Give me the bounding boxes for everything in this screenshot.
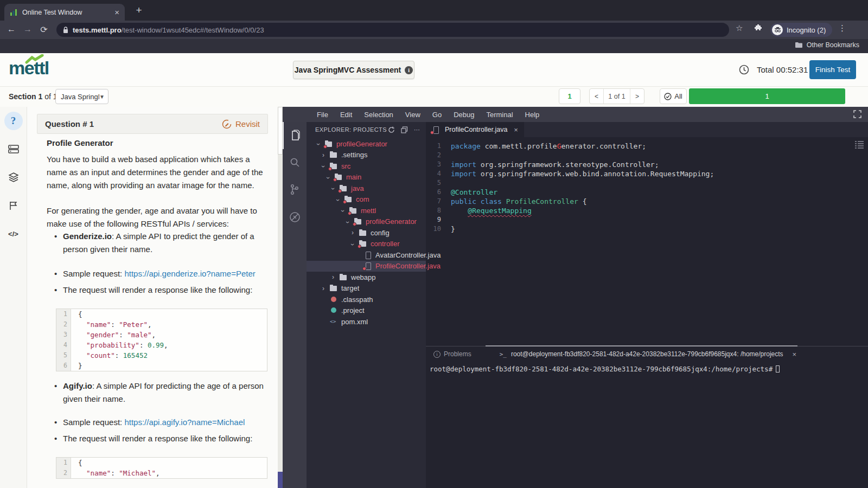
menu-item[interactable]: Edit (334, 111, 358, 119)
tree-item[interactable]: mettl (307, 205, 426, 216)
rail-item-flag[interactable] (0, 191, 27, 220)
new-tab-button[interactable]: + (132, 4, 145, 16)
genderize-link[interactable]: https://api.genderize.io?name=Peter (124, 269, 255, 278)
tree-item-icon (330, 163, 339, 170)
activity-files[interactable] (283, 122, 307, 149)
extensions-icon[interactable] (754, 23, 763, 33)
progress-bar[interactable]: 1 (689, 88, 845, 104)
code-editor[interactable]: 1 package com.mettl.profileGenerator.con… (426, 137, 868, 346)
tree-item-icon (359, 240, 368, 247)
url-bar[interactable]: tests.mettl.pro/test-window/1wsut45edc#/… (56, 23, 729, 37)
terminal-close-icon[interactable]: × (793, 350, 797, 358)
other-bookmarks-button[interactable]: Other Bookmarks (795, 41, 859, 49)
rail-item-question[interactable]: ? (0, 107, 27, 135)
tree-item[interactable]: src (307, 160, 426, 172)
tree-item[interactable]: .settings (307, 150, 426, 161)
tree-item-label: java (351, 184, 364, 192)
browser-tab[interactable]: Online Test Window × (4, 4, 125, 21)
fullscreen-icon[interactable] (853, 110, 861, 118)
question-sidebar-rail: ? </> (0, 107, 27, 488)
panel-resize-handle[interactable] (486, 345, 797, 346)
tree-item[interactable]: com (307, 194, 426, 206)
all-questions-button[interactable]: All (660, 88, 687, 104)
menu-item[interactable]: Help (519, 111, 546, 119)
chevron-down-icon: ▼ (99, 94, 105, 100)
menu-item[interactable]: File (311, 111, 334, 119)
tree-item[interactable]: profileGenerator (307, 138, 426, 150)
code-line-content: } (71, 361, 82, 371)
code-line-content: { (71, 458, 82, 468)
tree-item-icon (364, 252, 373, 259)
terminal-output[interactable]: root@deployment-fb3df820-2581-482d-a42e-… (426, 362, 868, 373)
more-actions-icon[interactable]: ⋯ (414, 126, 420, 133)
section-bar: Section 1 of 1 Java SpringM ▼ 1 < 1 of 1… (0, 87, 868, 107)
tree-item[interactable]: ProfileController.java (307, 261, 426, 272)
error-badge (353, 222, 356, 226)
code-line-number: 6 (56, 361, 71, 371)
menu-item[interactable]: Debug (448, 111, 480, 119)
tree-item[interactable]: AvatarController.java (307, 249, 426, 261)
pager-next-button[interactable]: > (630, 89, 644, 104)
tree-item[interactable]: .classpath (307, 294, 426, 305)
rail-item-code[interactable]: </> (0, 220, 27, 248)
question-bullet: Agify.io: A simple API for predicting th… (63, 380, 265, 406)
activity-search[interactable] (283, 149, 307, 176)
activity-debug[interactable] (283, 203, 307, 230)
section-select[interactable]: Java SpringM ▼ (55, 89, 108, 104)
tree-item[interactable]: .project (307, 305, 426, 317)
terminal-tab-bar: i Problems >_ root@deployment-fb3df820-2… (426, 346, 868, 362)
check-circle-icon (664, 93, 672, 100)
rail-item-layers[interactable] (0, 163, 27, 191)
menu-item[interactable]: View (399, 111, 426, 119)
revisit-button[interactable]: Revisit (222, 119, 260, 129)
tree-chevron-icon (352, 229, 359, 236)
menu-item[interactable]: Selection (358, 111, 399, 119)
menu-item[interactable]: Go (426, 111, 448, 119)
tree-item[interactable]: webapp (307, 272, 426, 283)
error-badge (333, 178, 337, 182)
tree-item[interactable]: profileGenerator (307, 216, 426, 228)
tree-item[interactable]: java (307, 183, 426, 194)
tree-item-label: com (356, 195, 369, 203)
tab-close-icon[interactable]: × (114, 8, 119, 17)
finish-test-button[interactable]: Finish Test (809, 60, 856, 79)
assessment-info-icon[interactable]: i (405, 66, 413, 74)
editor-line-content: package com.mettl.profileGenerator.contr… (451, 142, 646, 151)
all-button-label: All (674, 92, 682, 100)
question-number-chip[interactable]: 1 (559, 88, 580, 104)
tab-close-icon[interactable]: × (514, 126, 518, 134)
tree-item[interactable]: main (307, 172, 426, 183)
question-scrollbar-thumb-bottom[interactable] (278, 472, 283, 488)
agify-link[interactable]: https://api.agify.io?name=Michael (124, 418, 245, 427)
section-label: Section 1 of 1 (9, 92, 58, 101)
refresh-icon[interactable] (388, 126, 395, 133)
activity-source-control[interactable] (283, 176, 307, 203)
collapse-folders-icon[interactable] (401, 126, 408, 133)
code-line-content: "name": "Michael", (71, 468, 160, 478)
tree-item[interactable]: target (307, 283, 426, 294)
bookmark-star-icon[interactable]: ☆ (736, 23, 743, 33)
tree-item[interactable]: config (307, 227, 426, 239)
tree-item[interactable]: pom.xml (307, 316, 426, 328)
error-badge (323, 145, 327, 149)
tree-item-label: .project (341, 306, 365, 314)
editor-line-content: import org.springframework.web.bind.anno… (451, 169, 714, 178)
question-scrollbar-thumb[interactable] (278, 107, 283, 155)
revisit-label: Revisit (235, 119, 260, 129)
tree-item-label: config (371, 229, 390, 237)
pager-label: 1 of 1 (603, 89, 630, 104)
terminal-cursor (776, 365, 780, 373)
menu-item[interactable]: Terminal (480, 111, 519, 119)
back-icon[interactable]: ← (5, 24, 17, 34)
pager-prev-button[interactable]: < (590, 89, 603, 104)
incognito-badge[interactable]: Incognito (2) (770, 23, 832, 37)
reload-icon[interactable]: ⟳ (38, 24, 50, 35)
rail-item-server[interactable] (0, 135, 27, 163)
forward-icon[interactable]: → (22, 24, 34, 34)
editor-tab[interactable]: ProfileController.java × (426, 122, 524, 137)
terminal-tab[interactable]: >_ root@deployment-fb3df820-2581-482d-a4… (500, 350, 797, 358)
tree-item[interactable]: controller (307, 239, 426, 250)
question-scrollbar[interactable] (278, 107, 283, 488)
problems-tab[interactable]: i Problems (433, 350, 471, 358)
browser-menu-icon[interactable]: ⋮ (838, 23, 846, 33)
